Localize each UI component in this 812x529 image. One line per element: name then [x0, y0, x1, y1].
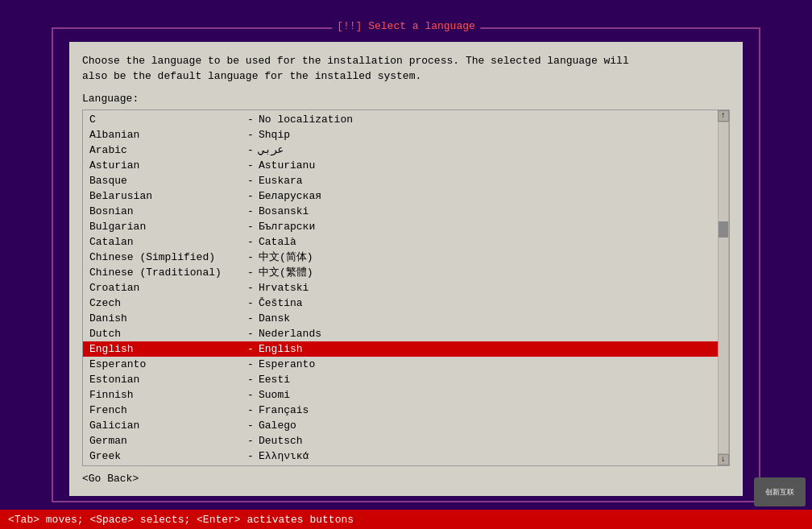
dialog-box: [!!] Select a language Choose the langua…: [52, 27, 760, 502]
list-item[interactable]: Arabic-عربي: [83, 143, 718, 158]
list-item[interactable]: English-English: [83, 341, 718, 357]
list-item[interactable]: Esperanto-Esperanto: [83, 357, 718, 372]
description-text: Choose the language to be used for the i…: [82, 53, 730, 85]
language-list-container: C-No localizationAlbanian-ShqipArabic-عر…: [82, 110, 730, 466]
scrollbar-thumb[interactable]: [719, 221, 728, 238]
dialog-title: [!!] Select a language: [332, 20, 480, 32]
list-item[interactable]: Czech-Čeština: [83, 295, 718, 311]
go-back-row: <Go Back>: [82, 473, 730, 485]
list-item[interactable]: Greek-Ελληνικά: [83, 448, 718, 464]
list-item[interactable]: Galician-Galego: [83, 418, 718, 433]
list-item[interactable]: Bosnian-Bosanski: [83, 204, 718, 219]
scroll-down-button[interactable]: ↓: [718, 454, 729, 465]
scroll-up-button[interactable]: ↑: [718, 110, 729, 122]
list-item[interactable]: Chinese (Simplified)-中文(简体): [83, 250, 718, 265]
list-item[interactable]: C-No localization: [83, 112, 718, 127]
list-item[interactable]: Belarusian-Беларуская: [83, 188, 718, 204]
language-list[interactable]: C-No localizationAlbanian-ShqipArabic-عر…: [83, 110, 718, 465]
list-item[interactable]: Danish-Dansk: [83, 311, 718, 326]
list-item[interactable]: Asturian-Asturianu: [83, 158, 718, 173]
list-item[interactable]: Croatian-Hrvatski: [83, 280, 718, 295]
list-item[interactable]: Bulgarian-Български: [83, 219, 718, 234]
dialog-content: Choose the language to be used for the i…: [69, 42, 743, 496]
scrollbar-track: [719, 122, 728, 453]
language-label: Language:: [82, 93, 730, 105]
watermark: 创新互联: [754, 477, 806, 506]
list-item[interactable]: Dutch-Nederlands: [83, 326, 718, 341]
list-item[interactable]: Basque-Euskara: [83, 173, 718, 188]
scrollbar[interactable]: ↑ ↓: [718, 110, 729, 465]
bottom-bar: <Tab> moves; <Space> selects; <Enter> ac…: [0, 510, 812, 529]
list-item[interactable]: Finnish-Suomi: [83, 387, 718, 403]
list-item[interactable]: Catalan-Català: [83, 234, 718, 250]
go-back-button[interactable]: <Go Back>: [82, 473, 139, 485]
list-item[interactable]: Estonian-Eesti: [83, 372, 718, 387]
list-item[interactable]: Albanian-Shqip: [83, 127, 718, 143]
list-item[interactable]: Chinese (Traditional)-中文(繁體): [83, 265, 718, 280]
list-item[interactable]: German-Deutsch: [83, 433, 718, 448]
list-item[interactable]: French-Français: [83, 403, 718, 418]
